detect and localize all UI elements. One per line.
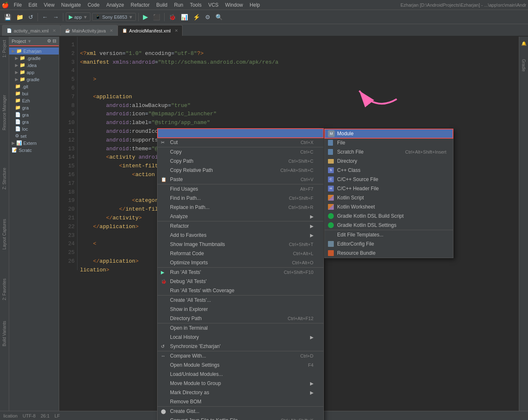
- menu-item-debug-all[interactable]: 🐞 Debug 'All Tests': [158, 277, 323, 286]
- tab-close-mainactivity[interactable]: ✕: [110, 28, 113, 33]
- menu-tools[interactable]: Tools: [187, 1, 205, 9]
- menu-analyze[interactable]: Analyze: [103, 1, 128, 9]
- editor-area[interactable]: 1234567891011121314151617181920212223242…: [59, 37, 519, 420]
- submenu-item-gradle-build[interactable]: Gradle Kotlin DSL Build Script: [325, 211, 453, 221]
- tree-item-gra2[interactable]: 📄 gra: [9, 111, 59, 118]
- menu-item-replace-path[interactable]: Replace in Path... Ctrl+Shift+R: [158, 203, 323, 212]
- menu-item-compare[interactable]: ↔ Compare With... Ctrl+D: [158, 351, 323, 360]
- menu-item-load-unload[interactable]: Load/Unload Modules...: [158, 370, 323, 379]
- tab-close-manifest[interactable]: ✕: [175, 28, 178, 33]
- menu-item-local-history[interactable]: Local History ▶: [158, 333, 323, 342]
- tab-mainactivity[interactable]: ☕ MainActivity.java ✕: [60, 25, 118, 36]
- gradle-tool[interactable]: Gradle: [520, 57, 527, 74]
- run-btn[interactable]: ▶: [141, 12, 150, 22]
- profile-btn[interactable]: ⚡: [191, 13, 202, 21]
- structure-tool[interactable]: Z: Structure: [1, 166, 8, 191]
- toolbar-open-btn[interactable]: 📁: [15, 13, 25, 21]
- tab-activity-main[interactable]: 📄 activity_main.xml ✕: [2, 25, 60, 36]
- tree-item-gradle[interactable]: ▶ 📁 .gradle: [9, 55, 59, 62]
- submenu-item-gradle-settings[interactable]: Gradle Kotlin DSL Settings: [325, 221, 453, 230]
- tree-item-gra[interactable]: 📁 gra: [9, 104, 59, 111]
- menu-run[interactable]: Run: [171, 1, 187, 9]
- menu-edit[interactable]: Edit: [25, 1, 40, 9]
- resource-manager-tool[interactable]: Resource Manager: [1, 93, 8, 132]
- submenu-item-cpp-source[interactable]: C C/C++ Source File: [325, 175, 453, 184]
- tab-androidmanifest[interactable]: 📋 AndroidManifest.xml ✕: [118, 25, 183, 36]
- menu-item-cut[interactable]: ✂ Cut Ctrl+X: [158, 138, 323, 147]
- menu-item-copy[interactable]: Copy Ctrl+C: [158, 147, 323, 157]
- menu-view[interactable]: View: [40, 1, 58, 9]
- menu-item-analyze[interactable]: Analyze ▶: [158, 212, 323, 221]
- menu-file[interactable]: File: [10, 1, 25, 9]
- submenu-item-editorconfig[interactable]: EditorConfig File: [325, 239, 453, 249]
- tree-item-git[interactable]: 📁 .git: [9, 83, 59, 90]
- menu-item-module-settings[interactable]: Open Module Settings F4: [158, 360, 323, 370]
- tree-item-bui[interactable]: 📁 bui: [9, 90, 59, 97]
- submenu-item-kotlin-worksheet[interactable]: Kotlin Worksheet: [325, 202, 453, 211]
- app-selector[interactable]: ▶ app ▼: [66, 12, 90, 21]
- menu-item-find-usages[interactable]: Find Usages Alt+F7: [158, 184, 323, 194]
- tree-item-scratc[interactable]: 📝 Scratc: [9, 147, 59, 154]
- menu-vcs[interactable]: VCS: [205, 1, 222, 9]
- captures-tool[interactable]: Layout Captures: [1, 217, 8, 251]
- toolbar-back-btn[interactable]: ←: [40, 13, 50, 21]
- menu-item-optimize[interactable]: Optimize Imports Ctrl+Alt+O: [158, 258, 323, 268]
- toolbar-sync-btn[interactable]: ↺: [27, 13, 35, 21]
- menu-item-show-explorer[interactable]: Show in Explorer: [158, 305, 323, 314]
- menu-item-refactor[interactable]: Refactor ▶: [158, 221, 323, 231]
- menu-item-copy-path[interactable]: Copy Path Ctrl+Shift+C: [158, 157, 323, 166]
- tree-item-app[interactable]: ▶ 📁 app: [9, 69, 59, 76]
- submenu-item-module[interactable]: M Module: [325, 129, 453, 138]
- tree-item-gra3[interactable]: 📄 gra: [9, 118, 59, 125]
- project-gear[interactable]: ⚙: [47, 38, 51, 44]
- menu-item-reformat[interactable]: Reformat Code Ctrl+Alt+L: [158, 249, 323, 258]
- menu-code[interactable]: Code: [84, 1, 103, 9]
- notifications-btn[interactable]: 🔔: [520, 38, 527, 48]
- submenu-item-resource-bundle[interactable]: Resource Bundle: [325, 249, 453, 258]
- menu-item-create-gist[interactable]: ⬤ Create Gist...: [158, 407, 323, 416]
- menu-item-new[interactable]: New ▶ M Module File: [158, 129, 323, 138]
- stop-btn[interactable]: ⬛: [151, 13, 162, 21]
- submenu-item-cpp-class[interactable]: S C++ Class: [325, 166, 453, 175]
- build-variants-tool[interactable]: Build Variants: [1, 319, 8, 348]
- menu-item-run-coverage[interactable]: Run 'All Tests' with Coverage: [158, 286, 323, 296]
- debug-btn[interactable]: 🐞: [167, 13, 178, 21]
- menu-item-convert-java[interactable]: Convert Java File to Kotlin File Ctrl+Al…: [158, 416, 323, 420]
- submenu-item-kotlin-script[interactable]: Kotlin Script: [325, 193, 453, 202]
- toolbar-fwd-btn[interactable]: →: [51, 13, 60, 21]
- tree-item-idea[interactable]: ▶ 📁 .idea: [9, 62, 59, 69]
- coverage-btn[interactable]: 📊: [179, 13, 190, 21]
- menu-refactor[interactable]: Refactor: [128, 1, 153, 9]
- menu-build[interactable]: Build: [153, 1, 171, 9]
- submenu-item-scratch[interactable]: Scratch File Ctrl+Alt+Shift+Insert: [325, 147, 453, 157]
- menu-item-find-in-path[interactable]: Find in Path... Ctrl+Shift+F: [158, 194, 323, 203]
- menu-item-dir-path[interactable]: Directory Path Ctrl+Alt+F12: [158, 314, 323, 323]
- tree-item-set[interactable]: ⚙ set: [9, 132, 59, 139]
- menu-help[interactable]: Help: [246, 1, 263, 9]
- search-btn[interactable]: 🔍: [214, 13, 224, 21]
- menu-item-show-thumbnails[interactable]: Show Image Thumbnails Ctrl+Shift+T: [158, 240, 323, 249]
- submenu-item-directory[interactable]: Directory: [325, 157, 453, 166]
- menu-navigate[interactable]: Navigate: [58, 1, 84, 9]
- tab-close-activity[interactable]: ✕: [53, 28, 56, 33]
- menu-item-remove-bom[interactable]: Remove BOM: [158, 397, 323, 407]
- menu-item-paste[interactable]: 📋 Paste Ctrl+V: [158, 175, 323, 184]
- menu-item-run-all[interactable]: ▶ Run 'All Tests' Ctrl+Shift+F10: [158, 268, 323, 277]
- settings-btn[interactable]: ⚙: [203, 13, 212, 21]
- favorites-tool[interactable]: 2: Favorites: [1, 277, 8, 302]
- menu-item-move-module[interactable]: Move Module to Group ▶: [158, 379, 323, 388]
- tree-item-loc[interactable]: 📄 loc: [9, 125, 59, 132]
- submenu-item-cpp-header[interactable]: H C/C++ Header File: [325, 184, 453, 193]
- menu-item-synchronize[interactable]: ↺ Synchronize 'Ezharjan': [158, 342, 323, 351]
- submenu-item-edit-templates[interactable]: Edit File Templates...: [325, 230, 453, 239]
- device-selector[interactable]: 📱 Sony E6853 ▼: [92, 13, 136, 21]
- tree-item-ezharjan[interactable]: ▶ 📁 Ezharjan: [9, 47, 59, 55]
- menu-item-mark-dir[interactable]: Mark Directory as ▶: [158, 388, 323, 397]
- submenu-item-file[interactable]: File: [325, 138, 453, 147]
- menu-item-open-terminal[interactable]: Open in Terminal: [158, 323, 323, 333]
- menu-item-add-favorites[interactable]: Add to Favorites ▶: [158, 231, 323, 240]
- menu-window[interactable]: Window: [222, 1, 246, 9]
- tree-item-gradle2[interactable]: ▶ 📁 gradle: [9, 76, 59, 83]
- tree-item-extern[interactable]: ▶ 📊 Extern: [9, 139, 59, 147]
- menu-item-copy-rel-path[interactable]: Copy Relative Path Ctrl+Alt+Shift+C: [158, 166, 323, 175]
